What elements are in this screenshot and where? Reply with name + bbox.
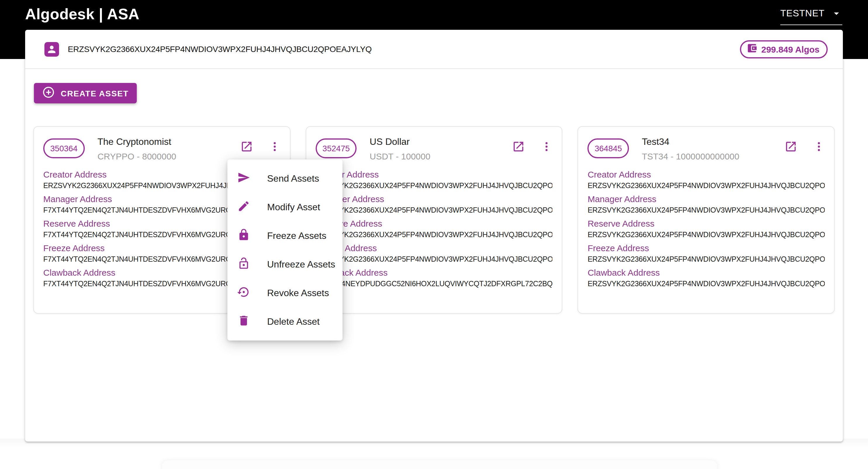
trash-icon bbox=[237, 319, 250, 329]
open-in-new-icon bbox=[512, 146, 525, 155]
asset-card: 352475 US Dollar USDT - 100000 Cr bbox=[305, 126, 562, 314]
context-menu-item[interactable]: Send Assets bbox=[227, 164, 343, 193]
address-field-label: Freeze Address bbox=[588, 242, 825, 254]
open-in-new-icon bbox=[240, 146, 253, 155]
asset-card-header: 350364 The Cryptonomist CRYPPO - 8000000 bbox=[34, 127, 290, 161]
context-menu-item-label: Delete Asset bbox=[267, 316, 320, 327]
context-menu-item[interactable]: Delete Asset bbox=[227, 307, 343, 336]
asset-unit-supply: TST34 - 1000000000000 bbox=[642, 151, 777, 161]
network-select[interactable]: TESTNET bbox=[780, 8, 842, 25]
asset-unit-supply: USDT - 100000 bbox=[370, 151, 505, 161]
open-asset-button[interactable] bbox=[512, 140, 525, 153]
more-vert-icon bbox=[269, 145, 280, 154]
address-field: Freeze Address ERZSVYK2G2366XUX24P5FP4NW… bbox=[315, 242, 552, 265]
asset-id-badge: 352475 bbox=[315, 138, 356, 158]
asset-menu-button[interactable] bbox=[541, 141, 553, 153]
open-asset-button[interactable] bbox=[784, 140, 797, 153]
address-field: Creator Address ERZSVYK2G2366XUX24P5FP4N… bbox=[588, 169, 825, 191]
address-field: Freeze Address ERZSVYK2G2366XUX24P5FP4NW… bbox=[588, 242, 825, 265]
context-menu-item[interactable]: Revoke Assets bbox=[227, 278, 343, 307]
unlock-icon bbox=[237, 261, 250, 271]
address-field-label: Reserve Address bbox=[588, 218, 825, 230]
create-asset-button[interactable]: CREATE ASSET bbox=[34, 83, 137, 103]
network-select-value: TESTNET bbox=[780, 8, 825, 19]
asset-context-menu: Send Assets Modify Asset Freeze Assets U… bbox=[227, 160, 343, 340]
edit-icon bbox=[237, 204, 250, 214]
open-asset-button[interactable] bbox=[240, 140, 253, 153]
more-vert-icon bbox=[541, 145, 553, 154]
account-bar: ERZSVYK2G2366XUX24P5FP4NWDIOV3WPX2FUHJ4J… bbox=[25, 30, 843, 68]
balance-amount: 299.849 Algos bbox=[761, 44, 819, 54]
asset-name: US Dollar bbox=[370, 137, 505, 147]
account-divider bbox=[25, 68, 843, 69]
account-address: ERZSVYK2G2366XUX24P5FP4NWDIOV3WPX2FUHJ4J… bbox=[68, 44, 372, 54]
address-field-value: ERZSVYK2G2366XUX24P5FP4NWDIOV3WPX2FUHJ4J… bbox=[315, 206, 552, 215]
address-field: Clawback Address ERZSVYK2G2366XUX24P5FP4… bbox=[588, 267, 825, 289]
lock-icon bbox=[237, 233, 250, 243]
asset-id-badge: 364845 bbox=[588, 138, 629, 158]
asset-card-header: 364845 Test34 TST34 - 1000000000000 bbox=[578, 127, 834, 161]
account-avatar-icon bbox=[44, 42, 59, 56]
app-viewport: Algodesk | ASA TESTNET ERZSVYK2G2366XUX2… bbox=[0, 0, 868, 469]
address-field-value: ERZSVYK2G2366XUX24P5FP4NWDIOV3WPX2FUHJ4J… bbox=[588, 279, 825, 289]
address-field-value: ERZSVYK2G2366XUX24P5FP4NWDIOV3WPX2FUHJ4J… bbox=[588, 230, 825, 240]
address-field-value: ERZSVYK2G2366XUX24P5FP4NWDIOV3WPX2FUHJ4J… bbox=[315, 255, 552, 265]
address-field-label: Creator Address bbox=[315, 169, 552, 180]
address-field: Reserve Address ERZSVYK2G2366XUX24P5FP4N… bbox=[588, 218, 825, 240]
context-menu-item[interactable]: Unfreeze Assets bbox=[227, 250, 343, 278]
chevron-down-icon bbox=[831, 8, 842, 19]
address-field-label: Creator Address bbox=[588, 169, 825, 180]
address-field-label: Reserve Address bbox=[315, 218, 552, 230]
context-menu-item[interactable]: Freeze Assets bbox=[227, 221, 343, 250]
address-field-label: Manager Address bbox=[588, 193, 825, 205]
asset-id-badge: 350364 bbox=[43, 138, 85, 158]
context-menu-item-label: Unfreeze Assets bbox=[267, 259, 335, 270]
address-field-label: Clawback Address bbox=[588, 267, 825, 278]
footer-edge bbox=[162, 460, 717, 469]
address-field: Manager Address ERZSVYK2G2366XUX24P5FP4N… bbox=[588, 193, 825, 215]
context-menu-item[interactable]: Modify Asset bbox=[227, 193, 343, 221]
plus-circle-icon bbox=[42, 86, 55, 100]
context-menu-item-label: Send Assets bbox=[267, 173, 319, 184]
asset-card: 364845 Test34 TST34 - 1000000000000 bbox=[578, 126, 835, 314]
address-field-value: ERZSVYK2G2366XUX24P5FP4NWDIOV3WPX2FUHJ4J… bbox=[588, 181, 825, 191]
context-menu-item-label: Revoke Assets bbox=[267, 288, 329, 298]
more-vert-icon bbox=[813, 145, 825, 154]
balance-badge[interactable]: 299.849 Algos bbox=[740, 40, 828, 58]
app-title: Algodesk | ASA bbox=[25, 5, 140, 23]
asset-unit-supply: CRYPPO - 8000000 bbox=[97, 151, 233, 161]
send-icon bbox=[237, 175, 250, 186]
address-field-value: ERZSVYK2G2366XUX24P5FP4NWDIOV3WPX2FUHJ4J… bbox=[588, 255, 825, 265]
asset-card-header: 352475 US Dollar USDT - 100000 bbox=[306, 127, 562, 161]
asset-menu-button[interactable] bbox=[269, 141, 280, 153]
context-menu-item-label: Modify Asset bbox=[267, 202, 320, 212]
open-in-new-icon bbox=[784, 146, 797, 155]
address-field-label: Freeze Address bbox=[315, 242, 552, 254]
asset-card-list: 350364 The Cryptonomist CRYPPO - 8000000 bbox=[33, 126, 835, 314]
address-field: Creator Address ERZSVYK2G2366XUX24P5FP4N… bbox=[315, 169, 552, 191]
restore-icon bbox=[237, 290, 250, 300]
address-field-value: ERZSVYK2G2366XUX24P5FP4NWDIOV3WPX2FUHJ4J… bbox=[588, 206, 825, 215]
asset-name: The Cryptonomist bbox=[97, 137, 233, 147]
asset-fields: Creator Address ERZSVYK2G2366XUX24P5FP4N… bbox=[306, 168, 562, 289]
asset-name: Test34 bbox=[642, 137, 777, 147]
address-field: Reserve Address ERZSVYK2G2366XUX24P5FP4N… bbox=[315, 218, 552, 240]
address-field-label: Clawback Address bbox=[315, 267, 552, 278]
asset-menu-button[interactable] bbox=[813, 141, 825, 153]
address-field-value: ERZSVYK2G2366XUX24P5FP4NWDIOV3WPX2FUHJ4J… bbox=[315, 181, 552, 191]
address-field: Clawback Address ZVZJK64NEYDPUDGGC52NI6H… bbox=[315, 267, 552, 289]
wallet-icon bbox=[746, 42, 757, 56]
create-asset-label: CREATE ASSET bbox=[61, 89, 129, 98]
address-field-label: Manager Address bbox=[315, 193, 552, 205]
address-field-value: ZVZJK64NEYDPUDGGC52NI6HOX2LUQVIWYCQTJ2DF… bbox=[315, 279, 552, 289]
asset-fields: Creator Address ERZSVYK2G2366XUX24P5FP4N… bbox=[578, 168, 834, 289]
address-field-value: ERZSVYK2G2366XUX24P5FP4NWDIOV3WPX2FUHJ4J… bbox=[315, 230, 552, 240]
main-panel: ERZSVYK2G2366XUX24P5FP4NWDIOV3WPX2FUHJ4J… bbox=[25, 30, 843, 441]
address-field: Manager Address ERZSVYK2G2366XUX24P5FP4N… bbox=[315, 193, 552, 215]
context-menu-item-label: Freeze Assets bbox=[267, 230, 327, 241]
